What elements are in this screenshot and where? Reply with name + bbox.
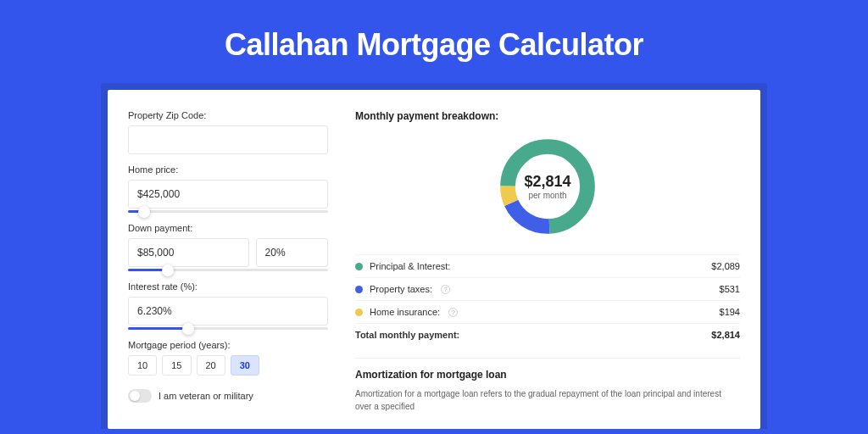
help-icon[interactable]: ? bbox=[441, 285, 450, 294]
down-field: Down payment: bbox=[128, 223, 328, 271]
rate-slider[interactable] bbox=[128, 327, 328, 330]
legend-value: $2,089 bbox=[711, 261, 740, 271]
veteran-toggle[interactable] bbox=[128, 389, 152, 403]
price-label: Home price: bbox=[128, 164, 328, 175]
period-option-10[interactable]: 10 bbox=[128, 355, 157, 376]
legend-label: Principal & Interest: bbox=[370, 261, 450, 271]
donut-center: $2,814 per month bbox=[495, 134, 600, 239]
period-options: 10 15 20 30 bbox=[128, 355, 328, 376]
zip-input[interactable] bbox=[128, 125, 328, 154]
dot-icon bbox=[355, 263, 363, 270]
period-option-30[interactable]: 30 bbox=[231, 355, 259, 376]
legend-label: Property taxes: bbox=[370, 284, 432, 294]
legend-row-principal: Principal & Interest: $2,089 bbox=[355, 254, 740, 277]
donut-chart-wrap: $2,814 per month bbox=[355, 134, 740, 239]
legend-row-insurance: Home insurance: ? $194 bbox=[355, 300, 740, 323]
amortization-body: Amortization for a mortgage loan refers … bbox=[355, 387, 740, 413]
legend-label: Home insurance: bbox=[370, 307, 440, 317]
period-option-15[interactable]: 15 bbox=[162, 355, 191, 376]
down-amount-input[interactable] bbox=[128, 238, 249, 267]
period-field: Mortgage period (years): 10 15 20 30 bbox=[128, 340, 328, 376]
dot-icon bbox=[355, 286, 363, 293]
legend-row-taxes: Property taxes: ? $531 bbox=[355, 277, 740, 300]
total-value: $2,814 bbox=[711, 330, 740, 340]
rate-field: Interest rate (%): bbox=[128, 281, 328, 330]
donut-sub: per month bbox=[528, 191, 566, 200]
amortization-title: Amortization for mortgage loan bbox=[355, 369, 740, 381]
breakdown-column: Monthly payment breakdown: $2,814 per mo… bbox=[355, 110, 740, 429]
calculator-card: Property Zip Code: Home price: Down paym… bbox=[108, 90, 760, 429]
total-label: Total monthly payment: bbox=[355, 330, 459, 340]
page-title: Callahan Mortgage Calculator bbox=[0, 0, 868, 83]
price-input[interactable] bbox=[128, 180, 328, 209]
card-shadow-frame: Property Zip Code: Home price: Down paym… bbox=[101, 83, 767, 429]
help-icon[interactable]: ? bbox=[448, 308, 458, 317]
down-pct-input[interactable] bbox=[256, 238, 328, 267]
dot-icon bbox=[355, 309, 363, 316]
veteran-row: I am veteran or military bbox=[128, 389, 328, 403]
form-column: Property Zip Code: Home price: Down paym… bbox=[128, 110, 328, 429]
legend-row-total: Total monthly payment: $2,814 bbox=[355, 323, 740, 346]
period-label: Mortgage period (years): bbox=[128, 340, 328, 350]
rate-input[interactable] bbox=[128, 297, 328, 326]
veteran-label: I am veteran or military bbox=[159, 391, 253, 401]
breakdown-title: Monthly payment breakdown: bbox=[355, 110, 740, 122]
zip-field: Property Zip Code: bbox=[128, 110, 328, 154]
rate-label: Interest rate (%): bbox=[128, 281, 328, 292]
down-slider[interactable] bbox=[128, 269, 328, 271]
zip-label: Property Zip Code: bbox=[128, 110, 328, 120]
donut-amount: $2,814 bbox=[524, 173, 570, 191]
period-option-20[interactable]: 20 bbox=[197, 355, 225, 376]
legend-value: $194 bbox=[720, 307, 740, 317]
legend-value: $531 bbox=[720, 284, 740, 294]
down-label: Down payment: bbox=[128, 223, 328, 233]
price-slider[interactable] bbox=[128, 210, 328, 213]
amortization-section: Amortization for mortgage loan Amortizat… bbox=[355, 358, 740, 413]
donut-chart: $2,814 per month bbox=[495, 134, 600, 239]
price-field: Home price: bbox=[128, 164, 328, 213]
